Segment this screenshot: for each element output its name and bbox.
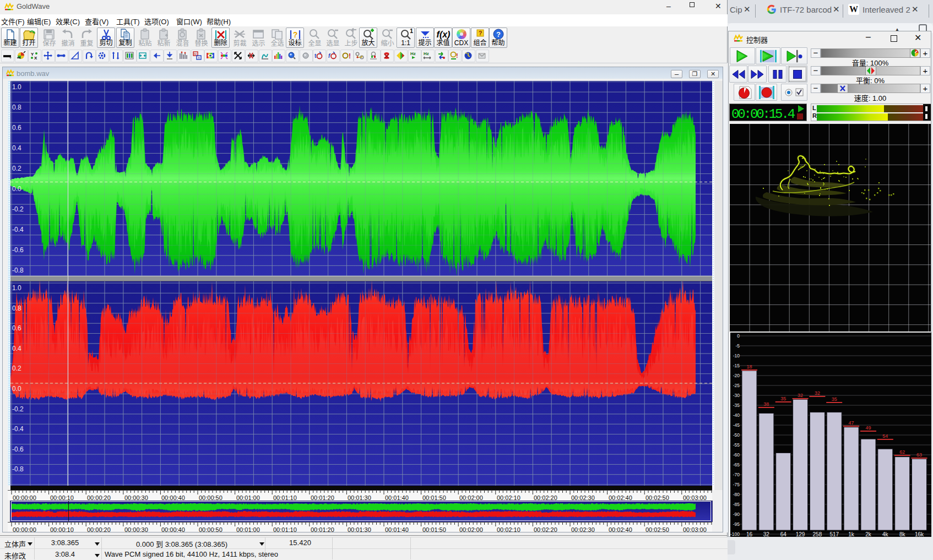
svg-text:-10: -10 (733, 353, 740, 358)
svg-text:0.4: 0.4 (12, 345, 21, 352)
svg-text:129: 129 (796, 531, 805, 537)
svg-text:-85: -85 (733, 502, 740, 507)
svg-text:54: 54 (882, 433, 888, 439)
svg-text:0: 0 (737, 333, 740, 339)
svg-text:-90: -90 (733, 512, 740, 517)
svg-text:4k: 4k (882, 531, 889, 537)
svg-text:16k: 16k (915, 531, 924, 537)
svg-text:-0.6: -0.6 (12, 445, 24, 453)
svg-text:-0.8: -0.8 (12, 465, 24, 473)
svg-text:32: 32 (815, 390, 820, 396)
svg-text:49: 49 (865, 425, 871, 431)
svg-text:2k: 2k (865, 531, 872, 537)
svg-text:-20: -20 (733, 373, 740, 378)
svg-text:-0.6: -0.6 (12, 246, 24, 254)
svg-text:-70: -70 (733, 472, 740, 477)
svg-text:-75: -75 (733, 482, 740, 487)
svg-text:0.8: 0.8 (12, 104, 21, 111)
svg-text:0.2: 0.2 (12, 365, 21, 372)
svg-text:-95: -95 (733, 521, 740, 527)
svg-text:62: 62 (899, 449, 905, 455)
svg-text:18: 18 (746, 364, 752, 369)
svg-text:0.8: 0.8 (12, 305, 21, 312)
svg-text:517: 517 (829, 531, 839, 537)
svg-text:258: 258 (813, 531, 822, 537)
svg-text:35: 35 (832, 396, 837, 402)
svg-text:8k: 8k (899, 531, 906, 537)
svg-text:35: 35 (780, 396, 786, 401)
svg-text:-40: -40 (733, 412, 740, 418)
svg-text:0.6: 0.6 (12, 124, 21, 132)
svg-text:-0.4: -0.4 (12, 226, 24, 233)
svg-text:38: 38 (763, 401, 769, 407)
svg-text:16: 16 (746, 531, 753, 537)
svg-text:64: 64 (780, 531, 787, 537)
svg-text:-50: -50 (733, 432, 740, 438)
svg-text:-0.2: -0.2 (12, 405, 24, 413)
svg-text:-25: -25 (733, 383, 740, 388)
svg-text:-15: -15 (733, 363, 740, 368)
svg-text:-30: -30 (733, 393, 740, 398)
svg-text:-65: -65 (733, 462, 740, 467)
svg-text:0.0: 0.0 (12, 185, 21, 193)
svg-text:-35: -35 (733, 403, 740, 408)
svg-text:-0.8: -0.8 (12, 267, 24, 274)
svg-text:-0.2: -0.2 (12, 205, 24, 213)
svg-text:0.6: 0.6 (12, 324, 21, 332)
svg-text:-55: -55 (733, 442, 740, 448)
svg-text:-80: -80 (733, 492, 740, 497)
svg-text:0.4: 0.4 (12, 144, 21, 152)
svg-text:63: 63 (916, 452, 922, 458)
svg-text:1.0: 1.0 (12, 83, 21, 91)
svg-text:-5: -5 (735, 343, 740, 349)
svg-text:1.0: 1.0 (12, 284, 21, 292)
svg-text:-45: -45 (733, 422, 740, 428)
svg-text:-0.4: -0.4 (12, 425, 24, 433)
svg-text:0.0: 0.0 (12, 385, 21, 393)
svg-text:1k: 1k (848, 531, 855, 537)
svg-text:32: 32 (798, 393, 803, 398)
svg-text:0.2: 0.2 (12, 165, 21, 172)
svg-text:-60: -60 (733, 452, 740, 458)
svg-text:32: 32 (763, 531, 770, 537)
svg-text:47: 47 (849, 420, 854, 426)
svg-text:-100: -100 (730, 531, 740, 537)
